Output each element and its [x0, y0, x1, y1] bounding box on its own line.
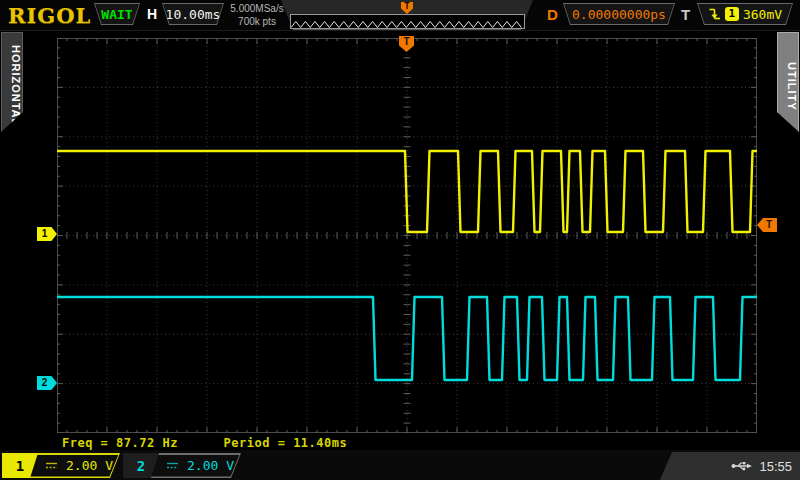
trigger-level-value: 360mV [743, 7, 782, 22]
graticule-display [57, 38, 757, 433]
dc-coupling-icon [45, 461, 58, 470]
channel2-ground-marker[interactable]: 2 [37, 376, 57, 390]
trigger-source-badge: 1 [725, 7, 739, 21]
trigger-delay-box: 0.00000000ps [563, 3, 675, 25]
sample-rate: 5.000MSa/s [228, 2, 286, 15]
acquisition-status: WAIT [101, 7, 132, 22]
top-status-bar: RIGOL WAIT H 10.00ms 5.000MSa/s 700k pts… [0, 0, 800, 31]
time-area: 15:55 [660, 452, 800, 480]
channel2-badge: 2 [123, 453, 159, 478]
trigger-delay-value: 0.00000000ps [572, 7, 666, 22]
oscilloscope-screen: RIGOL WAIT H 10.00ms 5.000MSa/s 700k pts… [0, 0, 800, 480]
freq-measurement: Freq = 87.72 Hz [62, 436, 178, 450]
channel2-scale: 2.00 V [187, 458, 234, 473]
channel1-ground-marker[interactable]: 1 [37, 227, 57, 241]
channel1-badge: 1 [2, 453, 38, 478]
rigol-logo: RIGOL [8, 3, 91, 28]
tab-horizontal-menu[interactable]: HORIZONTAL [1, 32, 23, 132]
timebase-box: 10.00ms [162, 3, 224, 25]
channel1-scale: 2.00 V [66, 458, 113, 473]
channel2-status-block[interactable]: 2 2.00 V [123, 453, 241, 478]
period-measurement: Period = 11.40ms [224, 436, 348, 450]
acquisition-status-box: WAIT [94, 3, 140, 25]
preview-waveform [291, 19, 522, 30]
dc-coupling-icon [166, 461, 179, 470]
memory-depth: 700k pts [228, 15, 286, 28]
tab-utility-menu[interactable]: UTILITY [777, 32, 799, 132]
horizontal-scale-label: H [147, 6, 157, 22]
delay-label: D [547, 6, 558, 23]
usb-icon [731, 460, 753, 472]
bottom-channel-bar: 1 2.00 V 2 2.00 V [0, 450, 800, 480]
timebase-value: 10.00ms [166, 7, 221, 22]
sample-rate-block: 5.000MSa/s 700k pts [228, 2, 286, 28]
clock: 15:55 [759, 459, 792, 474]
falling-edge-icon [708, 7, 721, 21]
channel1-status-block[interactable]: 1 2.00 V [2, 453, 120, 478]
measurement-row: Freq = 87.72 Hz Period = 11.40ms [62, 436, 385, 450]
trigger-settings-box[interactable]: 1 360mV [697, 3, 793, 25]
trigger-label: T [681, 6, 690, 23]
memory-preview-strip[interactable] [290, 14, 525, 29]
trigger-level-marker[interactable]: T [757, 218, 777, 232]
